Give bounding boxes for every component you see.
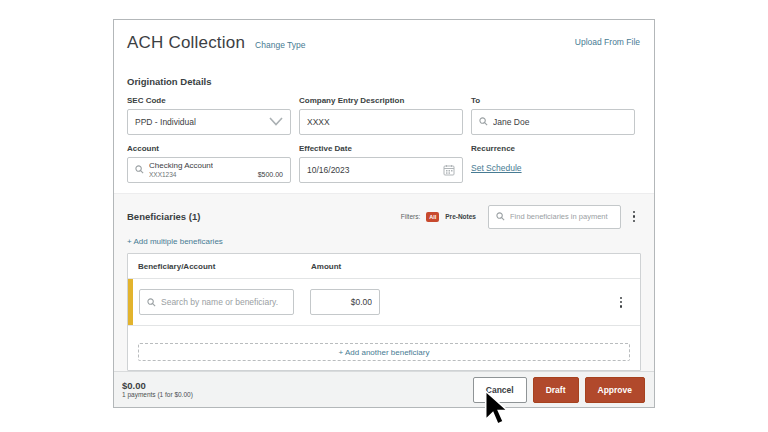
row-status-flag [128, 279, 133, 325]
draft-button[interactable]: Draft [533, 377, 579, 403]
page-background: ACH Collection Change Type Upload From F… [0, 0, 768, 432]
company-entry-input[interactable] [307, 117, 455, 127]
account-label: Account [127, 144, 291, 153]
account-balance: $500.00 [258, 171, 283, 182]
sec-code-label: SEC Code [127, 96, 291, 105]
beneficiaries-section-title: Beneficiaries (1) [127, 211, 200, 222]
calendar-icon[interactable] [443, 164, 455, 176]
column-header-beneficiary: Beneficiary/Account [138, 262, 311, 271]
search-icon [147, 298, 156, 307]
origination-section-title: Origination Details [127, 76, 641, 87]
to-input[interactable] [493, 117, 627, 127]
search-icon [496, 212, 505, 221]
kebab-menu-icon[interactable] [627, 206, 641, 228]
add-multiple-beneficiaries-link[interactable]: + Add multiple beneficaries [127, 237, 223, 246]
payment-totals: $0.00 1 payments (1 for $0.00) [122, 380, 193, 400]
chevron-down-icon [269, 117, 283, 126]
beneficiary-row [128, 279, 640, 326]
account-field: Account Checking Account XXX1234 $500.00 [127, 144, 291, 183]
row-kebab-menu-icon[interactable] [614, 291, 628, 313]
sec-code-field: SEC Code PPD - Individual [127, 96, 291, 135]
set-schedule-link[interactable]: Set Schedule [471, 163, 522, 173]
account-select[interactable]: Checking Account XXX1234 $500.00 [127, 157, 291, 183]
search-icon [135, 165, 144, 174]
ach-collection-panel: ACH Collection Change Type Upload From F… [113, 19, 655, 408]
approve-button[interactable]: Approve [585, 377, 645, 403]
filter-all-badge[interactable]: All [426, 212, 439, 222]
prenotes-filter-label[interactable]: Pre-Notes [445, 213, 476, 220]
sec-code-value: PPD - Individual [135, 117, 196, 127]
to-label: To [471, 96, 635, 105]
to-field: To [471, 96, 635, 135]
cancel-button[interactable]: Cancel [473, 377, 527, 403]
effective-date-input[interactable] [307, 165, 443, 175]
effective-date-field: Effective Date [299, 144, 463, 183]
sec-code-select[interactable]: PPD - Individual [127, 109, 291, 135]
account-name: Checking Account [149, 162, 213, 171]
origination-details-section: Origination Details SEC Code PPD - Indiv… [114, 76, 654, 193]
search-icon [479, 117, 488, 126]
find-beneficiaries-input[interactable] [510, 212, 613, 221]
effective-date-label: Effective Date [299, 144, 463, 153]
panel-header: ACH Collection Change Type Upload From F… [114, 20, 654, 76]
recurrence-label: Recurrence [471, 144, 635, 153]
change-type-link[interactable]: Change Type [255, 40, 305, 50]
panel-footer: $0.00 1 payments (1 for $0.00) Cancel Dr… [114, 371, 654, 407]
beneficiaries-section: Beneficiaries (1) Filters: All Pre-Notes… [114, 193, 654, 371]
total-amount: $0.00 [122, 380, 193, 392]
column-header-amount: Amount [311, 262, 341, 271]
upload-from-file-link[interactable]: Upload From File [575, 37, 640, 47]
recurrence-field: Recurrence Set Schedule [471, 144, 635, 183]
filters-label: Filters: [401, 213, 421, 220]
beneficiaries-table: Beneficiary/Account Amount + Add anothe [127, 253, 641, 371]
amount-input[interactable] [318, 297, 372, 307]
company-entry-label: Company Entry Description [299, 96, 463, 105]
account-number: XXX1234 [149, 171, 213, 178]
beneficiary-search-input[interactable] [161, 297, 286, 307]
table-header-row: Beneficiary/Account Amount [128, 254, 640, 279]
add-another-beneficiary-button[interactable]: + Add another beneficiary [138, 343, 630, 361]
payment-summary: 1 payments (1 for $0.00) [122, 391, 193, 399]
page-title: ACH Collection [127, 33, 245, 53]
company-entry-field: Company Entry Description [299, 96, 463, 135]
